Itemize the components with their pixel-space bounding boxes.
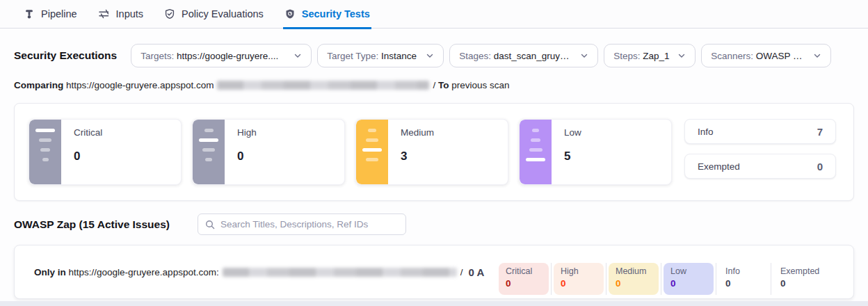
issue-group-url: https://google-gruyere.appspot.com: bbox=[69, 267, 219, 277]
tab-inputs[interactable]: Inputs bbox=[97, 0, 145, 29]
scanners-dropdown[interactable]: Scanners: OWASP Zap bbox=[701, 44, 831, 67]
tab-label: Inputs bbox=[116, 8, 144, 19]
issues-title: OWASP Zap (15 Active Issues) bbox=[14, 218, 170, 231]
divider bbox=[716, 263, 716, 295]
pill-high: High 0 bbox=[554, 263, 604, 295]
chevron-down-icon bbox=[294, 51, 302, 60]
security-tests-icon bbox=[284, 8, 296, 19]
dropdown-label: Steps: bbox=[613, 51, 640, 61]
comparing-to-value: previous scan bbox=[451, 80, 509, 90]
issues-header: OWASP Zap (15 Active Issues) bbox=[14, 214, 406, 235]
search-input[interactable] bbox=[220, 219, 399, 230]
dropdown-value: OWASP Zap bbox=[756, 51, 806, 61]
chevron-down-icon bbox=[813, 51, 821, 60]
pill-label: Info bbox=[725, 266, 762, 277]
targets-dropdown[interactable]: Targets: https://google-gruyere.... bbox=[131, 44, 312, 67]
pill-count: 0 bbox=[670, 278, 707, 289]
comparing-row: Comparing https://google-gruyere.appspot… bbox=[14, 80, 510, 90]
redacted-text bbox=[223, 268, 457, 277]
section-title-security-executions: Security Executions bbox=[14, 49, 117, 62]
tab-label: Policy Evaluations bbox=[182, 8, 264, 19]
pill-label: Medium bbox=[616, 266, 652, 277]
dropdown-value: Zap_1 bbox=[643, 51, 669, 61]
stages-dropdown[interactable]: Stages: dast_scan_gruyere bbox=[449, 44, 598, 67]
pill-count: 0 bbox=[616, 278, 652, 289]
policy-evaluations-icon bbox=[164, 8, 175, 19]
tab-security-tests[interactable]: Security Tests bbox=[283, 0, 371, 29]
severity-label: Low bbox=[564, 127, 581, 138]
severity-bars-icon bbox=[356, 120, 388, 184]
exempted-card[interactable]: Exempted 0 bbox=[684, 154, 836, 179]
tab-label: Pipeline bbox=[41, 8, 77, 19]
inputs-icon bbox=[98, 8, 110, 19]
severity-bars-icon bbox=[520, 120, 552, 184]
pill-low: Low 0 bbox=[664, 263, 714, 295]
pipeline-icon bbox=[24, 8, 35, 19]
comparing-to-label: To bbox=[438, 80, 449, 90]
dropdown-value: Instance bbox=[381, 51, 417, 61]
divider bbox=[771, 263, 771, 295]
issue-group-panel: Only in https://google-gruyere.appspot.c… bbox=[14, 245, 854, 299]
search-icon bbox=[205, 220, 215, 230]
dropdown-label: Scanners: bbox=[711, 51, 753, 61]
divider bbox=[661, 263, 661, 295]
pill-label: High bbox=[561, 266, 597, 277]
target-type-dropdown[interactable]: Target Type: Instance bbox=[317, 44, 444, 67]
execution-tabbar: Pipeline Inputs Policy Evaluations Secur… bbox=[0, 0, 868, 29]
summary-mini-column: Info 7 Exempted 0 bbox=[684, 119, 836, 179]
severity-card-critical[interactable]: Critical 0 bbox=[29, 119, 182, 185]
redacted-text bbox=[217, 81, 429, 90]
severity-count: 5 bbox=[564, 150, 581, 163]
severity-label: High bbox=[237, 127, 257, 138]
tab-policy-evaluations[interactable]: Policy Evaluations bbox=[163, 0, 265, 29]
security-tests-page: Pipeline Inputs Policy Evaluations Secur… bbox=[0, 0, 868, 306]
severity-count: 3 bbox=[401, 150, 434, 163]
pill-exempted: Exempted 0 bbox=[773, 263, 826, 295]
exempted-label: Exempted bbox=[698, 161, 740, 172]
info-count: 7 bbox=[817, 126, 823, 138]
dropdown-value: dast_scan_gruyere bbox=[494, 51, 573, 61]
severity-label: Critical bbox=[74, 127, 102, 138]
tab-pipeline[interactable]: Pipeline bbox=[22, 0, 79, 29]
active-issues-count-clipped: 0 A bbox=[468, 266, 484, 278]
dropdown-label: Stages: bbox=[459, 51, 491, 61]
issues-search-box[interactable] bbox=[198, 214, 406, 235]
divider bbox=[606, 263, 606, 295]
severity-card-medium[interactable]: Medium 3 bbox=[355, 119, 508, 185]
info-card[interactable]: Info 7 bbox=[684, 119, 836, 144]
comparing-label: Comparing bbox=[14, 80, 63, 90]
page-bottom-strip bbox=[0, 301, 868, 306]
tab-label: Security Tests bbox=[302, 8, 370, 19]
severity-card-high[interactable]: High 0 bbox=[192, 119, 345, 185]
chevron-down-icon bbox=[677, 51, 686, 60]
severity-count: 0 bbox=[237, 150, 257, 163]
exempted-count: 0 bbox=[817, 161, 823, 172]
filters-row: Security Executions Targets: https://goo… bbox=[14, 44, 837, 67]
pill-count: 0 bbox=[725, 278, 762, 289]
severity-card-low[interactable]: Low 5 bbox=[519, 119, 672, 185]
dropdown-value: https://google-gruyere.... bbox=[177, 51, 278, 61]
severity-bars-icon bbox=[193, 120, 225, 184]
pill-label: Low bbox=[670, 266, 707, 277]
comparing-separator: / bbox=[433, 80, 435, 90]
pill-info: Info 0 bbox=[718, 263, 769, 295]
dropdown-label: Target Type: bbox=[327, 51, 378, 61]
issue-group-separator: / bbox=[460, 267, 463, 277]
severity-pills: Critical 0 High 0 Medium 0 Low 0 bbox=[499, 263, 826, 295]
pill-count: 0 bbox=[561, 278, 597, 289]
dropdown-label: Targets: bbox=[140, 51, 174, 61]
comparing-url: https://google-gruyere.appspot.com bbox=[66, 80, 214, 90]
divider bbox=[551, 263, 552, 295]
pill-count: 0 bbox=[506, 278, 542, 289]
severity-bars-icon bbox=[29, 120, 61, 184]
pill-critical: Critical 0 bbox=[499, 263, 549, 295]
pill-medium: Medium 0 bbox=[609, 263, 659, 295]
severity-count: 0 bbox=[74, 150, 102, 163]
chevron-down-icon bbox=[426, 51, 434, 60]
severity-label: Medium bbox=[401, 127, 434, 138]
steps-dropdown[interactable]: Steps: Zap_1 bbox=[604, 44, 696, 67]
severity-summary-panel: Critical 0 High 0 Medium 3 Low 5 bbox=[14, 103, 854, 201]
chevron-down-icon bbox=[580, 51, 588, 60]
pill-count: 0 bbox=[780, 278, 819, 289]
issue-group-row[interactable]: Only in https://google-gruyere.appspot.c… bbox=[15, 245, 853, 298]
